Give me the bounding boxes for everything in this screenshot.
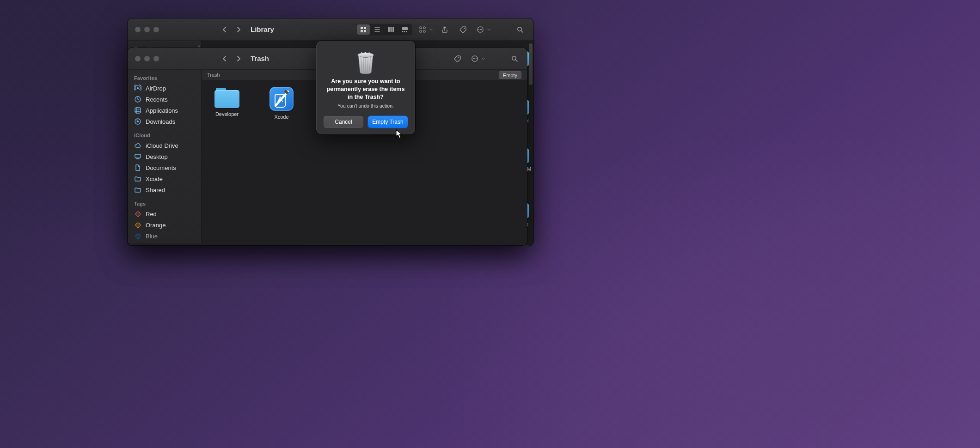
download-icon bbox=[134, 118, 141, 125]
chevron-left-icon bbox=[221, 26, 228, 33]
fullscreen-button[interactable] bbox=[153, 27, 159, 32]
view-mode-segmented bbox=[356, 24, 412, 36]
sidebar-tag-blue[interactable]: Blue bbox=[128, 230, 201, 242]
svg-rect-9 bbox=[404, 31, 405, 32]
folder-icon bbox=[214, 87, 239, 108]
view-icons-button[interactable] bbox=[357, 24, 370, 35]
window-controls bbox=[128, 27, 166, 32]
sidebar-section-tags: Tags bbox=[128, 195, 201, 208]
svg-rect-4 bbox=[388, 27, 390, 32]
sidebar-item-documents[interactable]: Documents bbox=[128, 162, 201, 173]
titlebar[interactable]: Library bbox=[128, 18, 533, 41]
view-columns-button[interactable] bbox=[385, 24, 398, 35]
window-title: Library bbox=[251, 25, 274, 33]
sidebar-item-recents[interactable]: Recents bbox=[128, 94, 201, 105]
tag-icon bbox=[459, 26, 467, 33]
sidebar-section-icloud: iCloud bbox=[128, 127, 201, 140]
minimize-button[interactable] bbox=[144, 27, 150, 32]
svg-point-24 bbox=[474, 58, 475, 59]
close-button[interactable] bbox=[135, 27, 141, 32]
view-gallery-button[interactable] bbox=[398, 24, 411, 35]
search-button[interactable] bbox=[513, 24, 527, 36]
svg-rect-0 bbox=[361, 27, 363, 29]
tags-button[interactable] bbox=[456, 24, 470, 36]
chevron-down-icon bbox=[487, 26, 491, 33]
airdrop-icon bbox=[134, 85, 141, 92]
cancel-button[interactable]: Cancel bbox=[324, 116, 363, 128]
sidebar: Favorites AirDrop Recents Applications D… bbox=[128, 70, 202, 243]
sidebar-item-label: Documents bbox=[146, 164, 176, 171]
svg-rect-29 bbox=[135, 108, 141, 113]
sidebar-section-favorites: Favorites bbox=[128, 70, 201, 83]
ellipsis-circle-icon bbox=[471, 55, 478, 62]
file-item-folder[interactable]: Developer bbox=[210, 87, 244, 117]
group-icon bbox=[419, 26, 426, 33]
back-button[interactable] bbox=[219, 53, 230, 64]
svg-point-17 bbox=[478, 29, 479, 30]
sidebar-item-label: Applications bbox=[146, 107, 178, 114]
chevron-right-icon bbox=[235, 26, 242, 33]
group-by-button[interactable] bbox=[417, 24, 428, 36]
xcode-app-icon bbox=[270, 87, 294, 111]
file-item-app[interactable]: Xcode bbox=[264, 87, 299, 120]
chevron-down-icon bbox=[429, 26, 433, 33]
view-list-button[interactable] bbox=[371, 24, 384, 35]
search-icon bbox=[516, 26, 524, 33]
window-controls bbox=[128, 56, 166, 61]
svg-rect-11 bbox=[420, 27, 422, 29]
share-icon bbox=[441, 26, 448, 33]
tag-dot-icon bbox=[134, 210, 141, 218]
sidebar-item-airdrop[interactable]: AirDrop bbox=[128, 83, 201, 94]
svg-rect-7 bbox=[402, 27, 408, 30]
svg-rect-14 bbox=[423, 30, 425, 32]
forward-button[interactable] bbox=[233, 53, 244, 64]
sidebar-item-label: AirDrop bbox=[146, 85, 166, 92]
sidebar-tag-orange[interactable]: Orange bbox=[128, 219, 201, 230]
svg-rect-6 bbox=[392, 27, 394, 32]
svg-rect-31 bbox=[135, 154, 141, 158]
svg-rect-10 bbox=[406, 31, 407, 32]
desktop-icon bbox=[134, 153, 141, 160]
back-button[interactable] bbox=[219, 24, 230, 35]
sidebar-item-shared[interactable]: Shared bbox=[128, 184, 201, 195]
path-segment[interactable]: Trash bbox=[207, 72, 220, 78]
ellipsis-circle-icon bbox=[477, 26, 484, 33]
search-button[interactable] bbox=[508, 53, 521, 65]
svg-rect-8 bbox=[402, 31, 404, 32]
sidebar-item-xcode[interactable]: Xcode bbox=[128, 173, 201, 184]
sidebar-item-label: Red bbox=[146, 211, 157, 218]
tag-dot-icon bbox=[134, 221, 141, 229]
sidebar-item-label: Orange bbox=[146, 222, 165, 229]
svg-rect-5 bbox=[391, 27, 392, 32]
sidebar-item-desktop[interactable]: Desktop bbox=[128, 151, 201, 162]
svg-point-27 bbox=[137, 87, 139, 89]
chevron-down-icon bbox=[481, 55, 485, 62]
window-title: Trash bbox=[251, 54, 269, 62]
svg-point-18 bbox=[480, 29, 481, 30]
sidebar-item-downloads[interactable]: Downloads bbox=[128, 116, 201, 127]
tags-button[interactable] bbox=[451, 53, 465, 65]
share-button[interactable] bbox=[438, 24, 452, 36]
sidebar-item-icloud-drive[interactable]: iCloud Drive bbox=[128, 140, 201, 151]
svg-point-25 bbox=[476, 58, 477, 59]
empty-trash-button[interactable]: Empty Trash bbox=[368, 116, 408, 128]
sidebar-item-applications[interactable]: Applications bbox=[128, 105, 201, 116]
close-button[interactable] bbox=[135, 56, 141, 61]
empty-trash-pill[interactable]: Empty bbox=[499, 71, 521, 79]
sidebar-tag-red[interactable]: Red bbox=[128, 208, 201, 219]
svg-point-23 bbox=[473, 58, 474, 59]
action-button[interactable] bbox=[475, 24, 486, 36]
minimize-button[interactable] bbox=[144, 56, 150, 61]
svg-rect-13 bbox=[420, 30, 422, 32]
fullscreen-button[interactable] bbox=[153, 56, 159, 61]
forward-button[interactable] bbox=[233, 24, 244, 35]
svg-rect-2 bbox=[361, 30, 363, 32]
folder-shared-icon bbox=[134, 186, 141, 194]
sidebar-item-label: Desktop bbox=[146, 153, 168, 160]
sidebar-item-label: Shared bbox=[146, 187, 165, 194]
svg-point-21 bbox=[459, 57, 459, 58]
columns-icon bbox=[387, 26, 395, 33]
action-button[interactable] bbox=[469, 53, 480, 65]
cloud-icon bbox=[134, 142, 141, 149]
svg-rect-1 bbox=[364, 27, 366, 29]
